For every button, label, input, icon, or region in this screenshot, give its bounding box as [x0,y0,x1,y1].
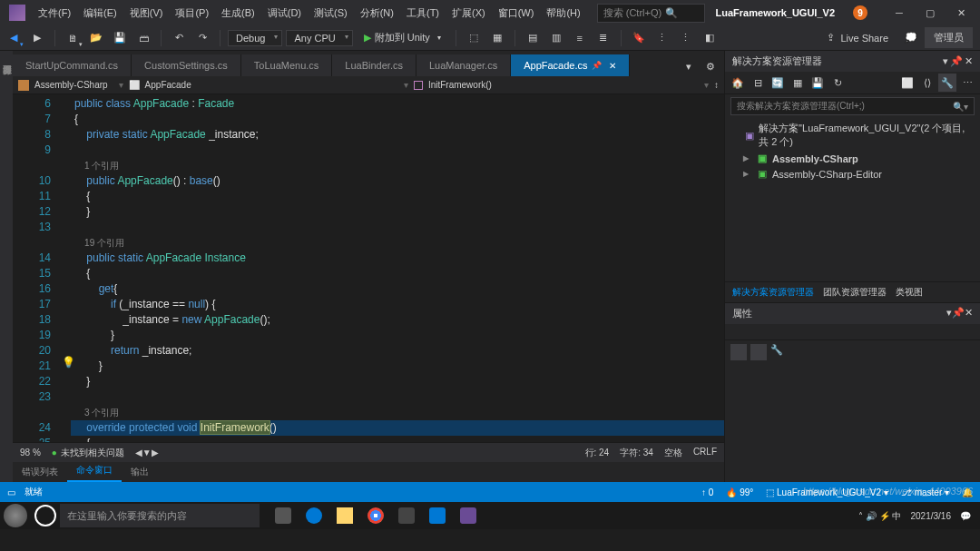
redo-button[interactable]: ↷ [192,28,212,48]
tab-output[interactable]: 输出 [122,462,158,482]
feedback-icon[interactable]: 💭 [901,28,921,48]
lightbulb-icon[interactable]: 💡 [62,356,75,369]
solution-search-box[interactable]: 搜索解决方案资源管理器(Ctrl+;) 🔍▾ [730,97,975,115]
explorer-icon[interactable] [332,503,358,528]
menu-window[interactable]: 窗口(W) [493,3,540,24]
config-dropdown[interactable]: Debug [228,30,282,46]
tab-solution-explorer[interactable]: 解决方案资源管理器 [732,286,814,299]
tab-class-view[interactable]: 类视图 [896,286,923,299]
tray-icons[interactable]: ˄ 🔊 ⚡ 中 [858,511,901,521]
panel-pin-icon[interactable]: 📌 [952,307,965,318]
left-tool-well[interactable]: 服务器资源管理器 [0,51,13,482]
chrome-icon[interactable] [363,503,388,528]
view-code-icon[interactable]: ⟨⟩ [918,74,936,92]
tool-btn-2[interactable]: ▦ [487,28,507,48]
overflow-icon[interactable]: ⋯ [958,74,976,92]
panel-dropdown-icon[interactable]: ▾ [943,55,948,67]
panel-close-icon[interactable]: ✕ [965,55,973,67]
home-icon[interactable]: 🏠 [729,74,747,92]
code-editor[interactable]: 💡 6789 10111213 14151617181920212223 242… [13,94,724,442]
save-icon[interactable]: 💾 [808,74,827,92]
categorize-icon[interactable] [730,344,747,360]
cortana-icon[interactable] [34,505,56,526]
menu-test[interactable]: 测试(S) [309,3,353,24]
pin-icon[interactable]: 📌 [592,61,602,70]
action-center-icon[interactable]: 💬 [960,511,971,521]
taskbar-search[interactable]: 在这里输入你要搜索的内容 [60,504,260,527]
bc-assembly[interactable]: Assembly-CSharp [34,80,108,90]
output-icon[interactable]: ▭ [7,487,15,497]
tool-btn-3[interactable]: ▤ [523,28,543,48]
new-project-button[interactable]: 🗎▾ [63,28,83,48]
maximize-button[interactable]: ▢ [915,0,946,25]
sync-icon[interactable]: 🔄 [769,74,787,92]
menu-project[interactable]: 项目(P) [170,3,214,24]
minimize-button[interactable]: ─ [884,0,915,25]
title-search-box[interactable]: 搜索 (Ctrl+Q) 🔍 [597,4,705,23]
notification-badge[interactable]: 9 [853,5,867,20]
platform-dropdown[interactable]: Any CPU [286,30,352,46]
close-tab-icon[interactable]: ✕ [609,61,616,71]
tool-btn-5[interactable]: ≡ [570,28,590,48]
show-all-icon[interactable]: ▦ [789,74,807,92]
save-all-button[interactable]: 🗃 [133,28,153,48]
fold-gutter[interactable] [58,94,71,442]
menu-debug[interactable]: 调试(D) [262,3,307,24]
tool-btn-4[interactable]: ▥ [546,28,566,48]
tool-btn-8[interactable]: ⋮ [676,28,696,48]
nav-forward-button[interactable]: ▶ [27,28,47,48]
menu-tools[interactable]: 工具(T) [401,3,445,24]
menu-analyze[interactable]: 分析(N) [355,3,399,24]
code-content[interactable]: public class AppFacade : Facade{ private… [71,94,724,442]
share-icon[interactable] [394,503,419,528]
issues-text[interactable]: 未找到相关问题 [61,447,124,459]
tab-luabinder[interactable]: LuaBinder.cs [332,54,416,76]
open-button[interactable]: 📂 [86,28,106,48]
menu-help[interactable]: 帮助(H) [541,3,585,24]
props-pages-icon[interactable]: 🔧 [770,344,787,360]
collapse-icon[interactable]: ⊟ [749,74,767,92]
start-avatar-icon[interactable] [4,504,27,527]
tool-btn-7[interactable]: ⋮ [652,28,672,48]
props-icon[interactable]: ⬜ [898,74,916,92]
upload-count[interactable]: ↑ 0 [701,487,713,497]
bc-method[interactable]: InitFramework() [428,80,492,90]
project-assembly-csharp-editor[interactable]: ▶▣Assembly-CSharp-Editor [729,166,976,182]
tab-startupcommand[interactable]: StartUpCommand.cs [13,54,132,76]
task-view-icon[interactable] [270,503,296,528]
vscode-icon[interactable] [425,503,450,528]
menu-build[interactable]: 生成(B) [216,3,260,24]
temp-indicator[interactable]: 🔥 99° [726,487,753,497]
menu-view[interactable]: 视图(V) [124,3,169,24]
menu-file[interactable]: 文件(F) [33,3,76,24]
indent-mode[interactable]: 空格 [664,447,682,459]
tab-luamanager[interactable]: LuaManager.cs [416,54,511,76]
live-share-button[interactable]: ⇪Live Share [818,32,897,44]
tab-command-window[interactable]: 命令窗口 [67,460,122,482]
tab-toluamenu[interactable]: ToLuaMenu.cs [241,54,333,76]
panel-close-icon[interactable]: ✕ [965,307,973,318]
eol-mode[interactable]: CRLF [693,447,717,459]
tool-btn-6[interactable]: ≣ [593,28,613,48]
zoom-level[interactable]: 98 % [20,448,41,458]
bc-class[interactable]: AppFacade [145,80,191,90]
save-button[interactable]: 💾 [110,28,130,48]
tab-error-list[interactable]: 错误列表 [13,462,67,482]
tool-btn-9[interactable]: ◧ [700,28,720,48]
alpha-sort-icon[interactable] [750,344,767,360]
tab-customsettings[interactable]: CustomSettings.cs [132,54,241,76]
taskbar-date[interactable]: 2021/3/16 [911,511,952,521]
wrench-icon[interactable]: 🔧 [938,74,956,92]
project-assembly-csharp[interactable]: ▶▣Assembly-CSharp [729,151,976,166]
menu-edit[interactable]: 编辑(E) [78,3,122,24]
tab-team-explorer[interactable]: 团队资源管理器 [823,286,887,299]
refresh-icon[interactable]: ↻ [828,74,847,92]
nav-back-button[interactable]: ◀▾ [4,28,24,48]
edge-icon[interactable] [301,503,327,528]
close-button[interactable]: ✕ [946,0,976,25]
undo-button[interactable]: ↶ [169,28,189,48]
solution-root[interactable]: ▣解决方案"LuaFramework_UGUI_V2"(2 个项目, 共 2 个… [729,120,976,151]
visualstudio-icon[interactable] [456,503,481,528]
tab-settings-icon[interactable]: ⚙ [701,56,720,76]
tool-btn-1[interactable]: ⬚ [464,28,484,48]
